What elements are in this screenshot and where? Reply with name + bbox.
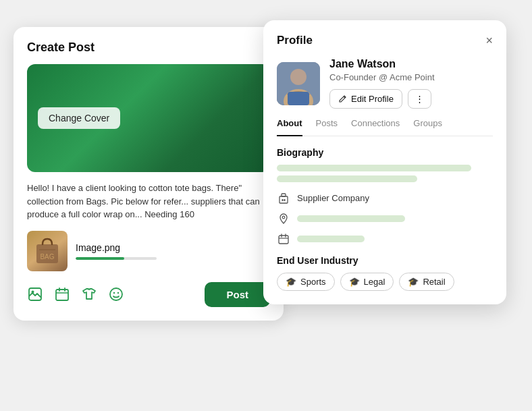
location-placeholder (297, 215, 405, 222)
date-placeholder (297, 236, 365, 242)
tab-connections[interactable]: Connections (351, 118, 400, 136)
change-cover-button[interactable]: Change Cover (38, 107, 120, 129)
svg-point-21 (282, 216, 285, 219)
svg-rect-17 (280, 196, 288, 203)
biography-title: Biography (277, 147, 493, 158)
location-icon (277, 212, 290, 225)
end-user-industry-section: End User Industry 🎓 Sports 🎓 Legal 🎓 Ret… (277, 255, 493, 291)
profile-role: Co-Founder @ Acme Point (329, 72, 493, 82)
tag-sports[interactable]: 🎓 Sports (277, 273, 335, 291)
svg-rect-22 (279, 236, 288, 244)
more-options-button[interactable]: ⋮ (408, 89, 431, 109)
tag-legal[interactable]: 🎓 Legal (340, 273, 394, 291)
svg-point-10 (113, 292, 115, 294)
building-icon (277, 192, 290, 205)
profile-name-area: Jane Watson Co-Founder @ Acme Point Edit… (329, 58, 493, 109)
profile-header-row: Profile × (277, 34, 493, 47)
location-row (277, 212, 493, 225)
create-post-card: Create Post Change Cover Hello! I have a… (14, 27, 284, 321)
profile-action-buttons: Edit Profile ⋮ (329, 89, 493, 109)
biography-placeholder (277, 165, 493, 182)
calendar-icon[interactable] (54, 286, 70, 302)
profile-info-row: Jane Watson Co-Founder @ Acme Point Edit… (277, 58, 493, 109)
svg-rect-18 (282, 194, 286, 196)
cover-image-area: Change Cover (27, 64, 270, 172)
industry-tags-row: 🎓 Sports 🎓 Legal 🎓 Retail (277, 273, 493, 291)
supplier-company-row: Supplier Company (277, 192, 493, 205)
legal-tag-label: Legal (364, 277, 385, 287)
svg-point-11 (117, 292, 119, 294)
upload-progress-bar (76, 257, 157, 260)
pencil-icon (338, 94, 347, 103)
profile-name: Jane Watson (329, 58, 493, 70)
svg-rect-5 (56, 290, 68, 300)
svg-point-13 (290, 69, 307, 85)
end-user-industry-title: End User Industry (277, 255, 493, 266)
sports-tag-icon: 🎓 (286, 277, 296, 287)
post-button[interactable]: Post (205, 282, 270, 307)
tab-groups[interactable]: Groups (413, 118, 442, 136)
profile-title: Profile (277, 34, 313, 47)
profile-tabs: About Posts Connections Groups (277, 118, 493, 136)
tab-about[interactable]: About (277, 118, 302, 136)
post-actions-bar: Post (27, 282, 270, 307)
retail-tag-icon: 🎓 (408, 277, 419, 287)
profile-card: Profile × Jane Watson Co-Founder @ Acme … (263, 20, 506, 304)
image-icon[interactable] (27, 286, 43, 302)
supplier-company-label: Supplier Company (297, 193, 369, 203)
svg-rect-15 (288, 92, 309, 105)
tab-posts[interactable]: Posts (316, 118, 338, 136)
bio-line-1 (277, 165, 471, 171)
calendar-small-icon (277, 232, 290, 246)
emoji-icon[interactable] (108, 286, 124, 302)
image-thumbnail: BAG (27, 231, 68, 271)
legal-tag-icon: 🎓 (349, 277, 360, 287)
image-info: Image.png (76, 242, 157, 260)
retail-tag-label: Retail (423, 277, 445, 287)
date-row (277, 232, 493, 246)
image-name: Image.png (76, 242, 157, 253)
svg-rect-19 (282, 199, 284, 201)
tshirt-icon[interactable] (81, 286, 97, 302)
action-icons (27, 286, 124, 302)
svg-point-9 (110, 288, 122, 300)
svg-text:BAG: BAG (40, 253, 54, 261)
tag-retail[interactable]: 🎓 Retail (399, 273, 454, 291)
avatar (277, 62, 320, 105)
svg-rect-20 (284, 199, 286, 201)
create-post-title: Create Post (27, 40, 270, 55)
close-button[interactable]: × (485, 34, 493, 47)
bio-line-2 (277, 175, 417, 182)
image-attachment: BAG Image.png (27, 231, 270, 271)
post-body-text: Hello! I have a client looking to cotton… (27, 182, 270, 221)
sports-tag-label: Sports (300, 277, 326, 287)
edit-profile-button[interactable]: Edit Profile (329, 89, 402, 109)
